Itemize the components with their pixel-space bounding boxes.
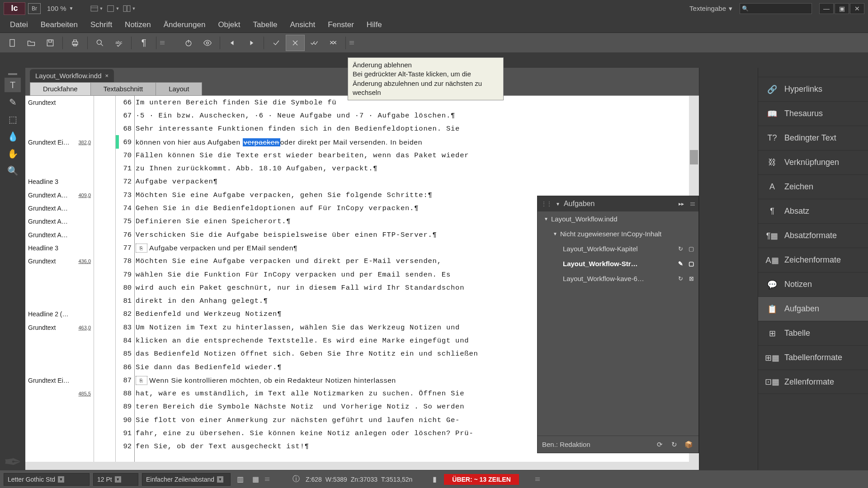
eyedropper-tool[interactable]: 💧	[5, 129, 21, 144]
note-tool[interactable]: ✎	[5, 95, 21, 109]
update-icon[interactable]: ⟳	[654, 440, 665, 449]
find-icon[interactable]	[90, 35, 109, 51]
style-cell[interactable]	[25, 162, 94, 175]
dock-item-zellenformate[interactable]: ⊡▦Zellenformate	[758, 370, 868, 394]
scrollbar-thumb[interactable]	[690, 150, 698, 164]
dock-item-zeichen[interactable]: AZeichen	[758, 174, 868, 199]
dock-expand-area[interactable]	[699, 68, 758, 488]
type-tool[interactable]: T	[5, 78, 21, 92]
rail-grip-icon[interactable]	[8, 73, 17, 75]
hand-tool[interactable]: ✋	[5, 146, 21, 161]
style-cell[interactable]: Grundtext A…	[25, 215, 94, 228]
package-icon[interactable]: 📦	[683, 440, 694, 449]
print-icon[interactable]	[66, 35, 85, 51]
style-cell[interactable]: Grundtext436,0	[25, 255, 94, 268]
next-change-icon[interactable]	[242, 35, 261, 51]
style-cell[interactable]	[25, 413, 94, 427]
new-icon[interactable]	[3, 35, 22, 51]
chevron-down-icon[interactable]: ▼	[556, 202, 560, 206]
style-cell[interactable]	[25, 440, 94, 453]
flyout-icon[interactable]	[535, 478, 540, 481]
horizontal-scrollbar[interactable]	[25, 462, 689, 470]
style-cell[interactable]: Headline 3	[25, 175, 94, 188]
style-cell[interactable]	[25, 281, 94, 294]
panel-grip-icon[interactable]: ⋮⋮	[541, 201, 552, 207]
bridge-button[interactable]: Br	[28, 3, 41, 14]
tree-item[interactable]: Layout_Workflow-Kapitel↻▢	[538, 241, 698, 256]
panel-menu-icon[interactable]	[690, 202, 695, 206]
workspace-switcher[interactable]: Texteingabe▾	[686, 5, 736, 13]
dock-item-absatzformate[interactable]: ¶▦Absatzformate	[758, 223, 868, 248]
text-line[interactable]: zu Ihnen zurückkommt. Abb. 18.10 Aufgabe…	[135, 162, 699, 175]
style-cell[interactable]	[25, 149, 94, 162]
accept-all-icon[interactable]	[305, 35, 324, 51]
text-line[interactable]: Sehr interessante Funktionen finden sich…	[135, 122, 699, 136]
close-button[interactable]: ✕	[850, 3, 864, 14]
style-cell[interactable]	[25, 427, 94, 440]
style-cell[interactable]: Grundtext A…	[25, 202, 94, 215]
tracked-deletion[interactable]: verpacken	[243, 138, 280, 146]
dock-item-tabelle[interactable]: ⊞Tabelle	[758, 321, 868, 345]
menu-hilfe[interactable]: Hilfe	[360, 18, 388, 32]
position-tool[interactable]: ⬚	[5, 112, 21, 127]
disclosure-icon[interactable]: ▼	[553, 231, 558, 236]
style-cell[interactable]	[25, 361, 94, 374]
view-tab-galley[interactable]: Druckfahne	[30, 82, 91, 95]
anchored-object-icon[interactable]: ⎘	[136, 376, 147, 385]
tree-item[interactable]: Layout_Workflow-Str…✎▢	[538, 256, 698, 271]
flyout-icon[interactable]	[265, 478, 269, 481]
overset-icon[interactable]: ▮	[429, 474, 440, 484]
style-cell[interactable]: Grundtext A…409,0	[25, 188, 94, 202]
style-cell[interactable]: Headline 2 (…	[25, 308, 94, 321]
open-icon[interactable]	[22, 35, 41, 51]
style-cell[interactable]: Grundtext Ei…382,0	[25, 136, 94, 149]
font-size-dropdown[interactable]: 12 Pt▼	[93, 473, 138, 486]
view-tab-layout[interactable]: Layout	[156, 82, 202, 95]
flyout-icon[interactable]	[349, 41, 355, 44]
dock-item-aufgaben[interactable]: 📋Aufgaben	[758, 296, 868, 321]
style-cell[interactable]	[25, 334, 94, 347]
style-cell[interactable]	[25, 109, 94, 122]
edit-status-icon[interactable]: ↻	[676, 245, 685, 253]
tree-group[interactable]: ▼Nicht zugewiesener InCopy-Inhalt	[538, 226, 698, 241]
power-icon[interactable]	[179, 35, 198, 51]
style-cell[interactable]: Grundtext	[25, 96, 94, 109]
menu-ansicht[interactable]: Ansicht	[283, 18, 321, 32]
text-line[interactable]: können von hier aus Aufgaben verpackenod…	[135, 136, 699, 149]
style-cell[interactable]	[25, 268, 94, 281]
menu-fenster[interactable]: Fenster	[321, 18, 360, 32]
dock-item-absatz[interactable]: ¶Absatz	[758, 199, 868, 223]
font-family-dropdown[interactable]: Letter Gothic Std▼	[4, 473, 90, 486]
arrange-icon[interactable]: ▼	[122, 3, 136, 14]
dock-item-verknüpfungen[interactable]: ⛓Verknüpfungen	[758, 150, 868, 174]
disclosure-icon[interactable]: ▼	[544, 216, 549, 221]
checkout-icon[interactable]: ▢	[687, 260, 696, 268]
edit-status-icon[interactable]: ↻	[676, 275, 685, 283]
style-cell[interactable]	[25, 122, 94, 136]
leading-dropdown[interactable]: Einfacher Zeilenabstand▼	[142, 473, 231, 486]
document-tab[interactable]: Layout_Workflow.indd×	[30, 69, 114, 82]
preview-icon[interactable]	[198, 35, 217, 51]
menu-tabelle[interactable]: Tabelle	[247, 18, 284, 32]
view-tab-story[interactable]: Textabschnitt	[90, 82, 156, 95]
assignments-panel[interactable]: ⋮⋮ ▼ Aufgaben ▸▸ ▼Layout_Workflow.indd ▼…	[537, 196, 699, 453]
dock-item-thesaurus[interactable]: 📖Thesaurus	[758, 101, 868, 126]
dock-item-tabellenformate[interactable]: ⊞▦Tabellenformate	[758, 345, 868, 370]
style-cell[interactable]	[25, 400, 94, 413]
menu-bearbeiten[interactable]: Bearbeiten	[34, 18, 84, 32]
screen-mode-icon[interactable]: ▼	[106, 3, 119, 14]
menu-datei[interactable]: Datei	[4, 18, 34, 32]
dock-item-notizen[interactable]: 💬Notizen	[758, 272, 868, 296]
menu-notizen[interactable]: Notizen	[118, 18, 157, 32]
anchored-object-icon[interactable]: ⎘	[136, 244, 147, 253]
column-single-icon[interactable]: ▥	[234, 474, 246, 484]
close-icon[interactable]: ×	[105, 72, 108, 79]
collapse-icon[interactable]: ▸▸	[679, 201, 684, 207]
prev-change-icon[interactable]	[223, 35, 242, 51]
reject-change-icon[interactable]	[286, 35, 305, 51]
dock-item-zeichenformate[interactable]: A▦Zeichenformate	[758, 248, 868, 272]
help-search-input[interactable]: 🔍	[740, 3, 812, 14]
menu-objekt[interactable]: Objekt	[212, 18, 246, 32]
flyout-icon[interactable]	[159, 41, 165, 44]
style-cell[interactable]: 485,5	[25, 387, 94, 400]
